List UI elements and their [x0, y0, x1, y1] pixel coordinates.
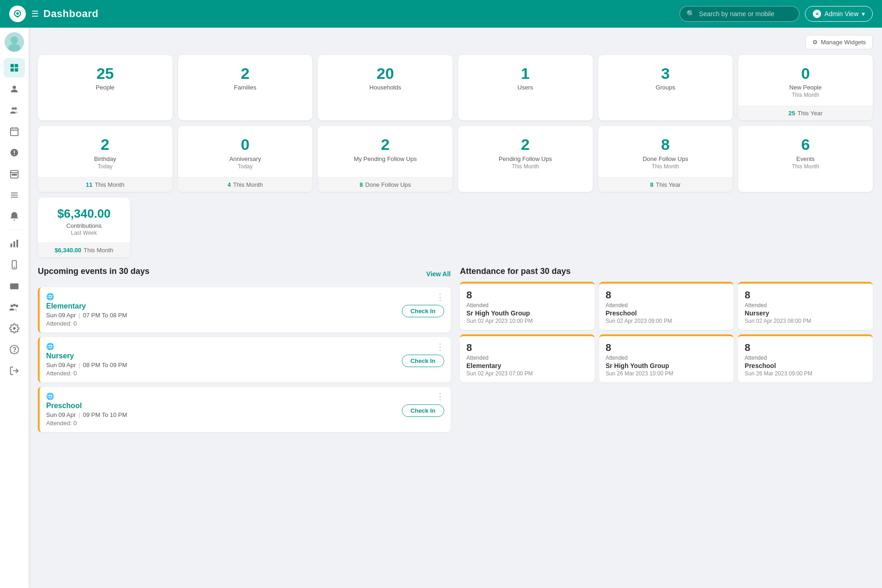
event-menu-button[interactable]: ⋮ — [436, 392, 444, 401]
attendance-card[interactable]: 8 Attended Elementary Sun 02 Apr 2023 07… — [460, 334, 595, 382]
svg-point-10 — [14, 107, 17, 110]
svg-point-9 — [12, 107, 15, 110]
stat-card-footer: 11 This Month — [38, 177, 173, 192]
sidebar-item-admin-group[interactable] — [4, 297, 25, 317]
attendance-card[interactable]: 8 Attended Nursery Sun 02 Apr 2023 08:00… — [738, 282, 873, 330]
sidebar-item-finance[interactable] — [4, 276, 25, 296]
attendance-card[interactable]: 8 Attended Preschool Sun 02 Apr 2023 09:… — [599, 282, 734, 330]
attendance-card[interactable]: 8 Attended Sr High Youth Group Sun 02 Ap… — [460, 282, 595, 330]
attendance-date: Sun 26 Mar 2023 09:00 PM — [745, 370, 866, 377]
stat-footer-value: 8 — [650, 181, 653, 188]
search-box[interactable]: 🔍 — [679, 6, 799, 22]
sidebar — [0, 28, 29, 588]
svg-point-32 — [13, 304, 16, 307]
event-card: 🌐 Preschool Sun 09 Apr|09 PM To 10 PM At… — [38, 387, 451, 432]
stat-card-row2[interactable]: 2 My Pending Follow Ups 8 Done Follow Up… — [318, 126, 453, 191]
stat-card[interactable]: 20 Households — [318, 55, 453, 120]
stat-card-footer: 8 This Year — [598, 177, 733, 192]
attendance-count: 8 — [606, 289, 727, 301]
event-menu-button[interactable]: ⋮ — [436, 343, 444, 351]
menu-icon[interactable]: ☰ — [31, 9, 39, 19]
new-people-label: New People — [745, 84, 865, 91]
stat-card-label: Users — [465, 84, 585, 91]
stats-row-1: 25 People 2 Families 20 Households 1 Use… — [38, 55, 873, 120]
sidebar-item-notifications[interactable] — [4, 207, 25, 226]
event-name[interactable]: Nursery — [46, 352, 397, 360]
gear-icon: ⚙ — [812, 39, 818, 46]
contributions-label: Contributions — [48, 222, 120, 229]
contributions-footer-label: This Month — [83, 247, 113, 254]
attendance-date: Sun 02 Apr 2023 10:00 PM — [466, 318, 588, 324]
stat-footer-value: 4 — [227, 181, 231, 188]
attendance-card[interactable]: 8 Attended Sr High Youth Group Sun 26 Ma… — [599, 334, 734, 382]
admin-view-label: Admin View — [824, 10, 858, 18]
check-in-button[interactable]: Check In — [402, 355, 444, 367]
stat-sublabel-r2: Today — [185, 163, 305, 170]
stat-card[interactable]: 1 Users — [458, 55, 593, 120]
check-in-button[interactable]: Check In — [402, 305, 444, 317]
view-all-link[interactable]: View All — [426, 270, 451, 278]
svg-point-31 — [16, 305, 18, 308]
stat-card[interactable]: 2 Families — [178, 55, 313, 120]
event-name[interactable]: Elementary — [46, 302, 397, 310]
stat-label-r2: Anniversary — [185, 155, 305, 162]
svg-rect-6 — [11, 68, 14, 71]
user-avatar[interactable] — [5, 32, 24, 52]
stat-card-value: 3 — [606, 65, 726, 82]
stat-card-row2[interactable]: 2 Birthday Today 11 This Month — [38, 126, 173, 191]
stat-card-row2[interactable]: 2 Pending Follow Ups This Month — [458, 126, 593, 191]
admin-view-button[interactable]: ✕ Admin View ▾ — [805, 6, 873, 22]
svg-point-18 — [14, 174, 15, 175]
contributions-footer-value: $6,340.00 — [54, 247, 81, 254]
attendance-card[interactable]: 8 Attended Preschool Sun 26 Mar 2023 09:… — [738, 334, 873, 382]
sidebar-item-list[interactable] — [4, 185, 25, 205]
manage-widgets-button[interactable]: ⚙ Manage Widgets — [805, 35, 873, 49]
sidebar-item-mobile[interactable] — [4, 255, 25, 274]
attendance-count: 8 — [466, 342, 588, 354]
stat-card[interactable]: 25 People — [38, 55, 173, 120]
sidebar-item-dashboard[interactable] — [4, 58, 25, 77]
stat-sublabel-r2: This Month — [465, 163, 585, 170]
stat-card-main-r2: 2 My Pending Follow Ups — [318, 126, 453, 177]
contributions-value: $6,340.00 — [48, 207, 120, 221]
upcoming-events-title: Upcoming events in 30 days — [38, 267, 149, 276]
sidebar-item-chart[interactable] — [4, 234, 25, 253]
globe-icon: 🌐 — [46, 392, 54, 400]
stat-card-footer: 4 This Month — [178, 177, 313, 192]
stat-card[interactable]: 3 Groups — [598, 55, 733, 120]
search-input[interactable] — [699, 10, 791, 18]
stat-label-r2: Birthday — [45, 155, 165, 162]
event-attended: Attended: 0 — [46, 320, 397, 327]
stat-card-value: 1 — [465, 65, 585, 82]
stat-card-row2[interactable]: 8 Done Follow Ups This Month 8 This Year — [598, 126, 733, 191]
stat-card-row2[interactable]: 0 Anniversary Today 4 This Month — [178, 126, 313, 191]
event-menu-button[interactable]: ⋮ — [436, 293, 444, 301]
stat-value-r2: 2 — [325, 136, 445, 153]
main-content: ⚙ Manage Widgets 25 People 2 Families 20… — [29, 28, 882, 588]
stat-card-main-r2: 2 Birthday Today — [38, 126, 173, 177]
sidebar-item-person[interactable] — [4, 79, 25, 99]
attendance-event-name: Sr High Youth Group — [606, 362, 727, 369]
attendance-date: Sun 26 Mar 2023 10:00 PM — [606, 370, 727, 377]
svg-point-30 — [11, 305, 13, 308]
sidebar-item-calendar[interactable] — [4, 122, 25, 141]
stat-footer-value: 11 — [86, 181, 92, 188]
sidebar-item-help[interactable] — [4, 340, 25, 359]
attendance-count: 8 — [745, 289, 866, 301]
sidebar-item-events[interactable] — [4, 164, 25, 184]
stat-card-value: 20 — [325, 65, 445, 82]
stat-card-row2[interactable]: 6 Events This Month — [738, 126, 873, 191]
stat-footer-label: This Month — [95, 181, 124, 188]
attendance-grid: 8 Attended Sr High Youth Group Sun 02 Ap… — [460, 282, 873, 382]
stat-footer-label: This Year — [656, 181, 681, 188]
sidebar-item-settings[interactable] — [4, 319, 25, 338]
sidebar-item-giving[interactable] — [4, 143, 25, 162]
stat-label-r2: Done Follow Ups — [606, 155, 726, 162]
sidebar-item-people[interactable] — [4, 101, 25, 120]
sidebar-item-logout[interactable] — [4, 361, 25, 380]
event-name[interactable]: Preschool — [46, 402, 397, 410]
check-in-button[interactable]: Check In — [402, 404, 444, 417]
new-people-card[interactable]: 0 New People This Month 25 This Year — [738, 55, 873, 120]
attendance-event-name: Sr High Youth Group — [466, 309, 588, 317]
stat-card-value: 2 — [185, 65, 305, 82]
